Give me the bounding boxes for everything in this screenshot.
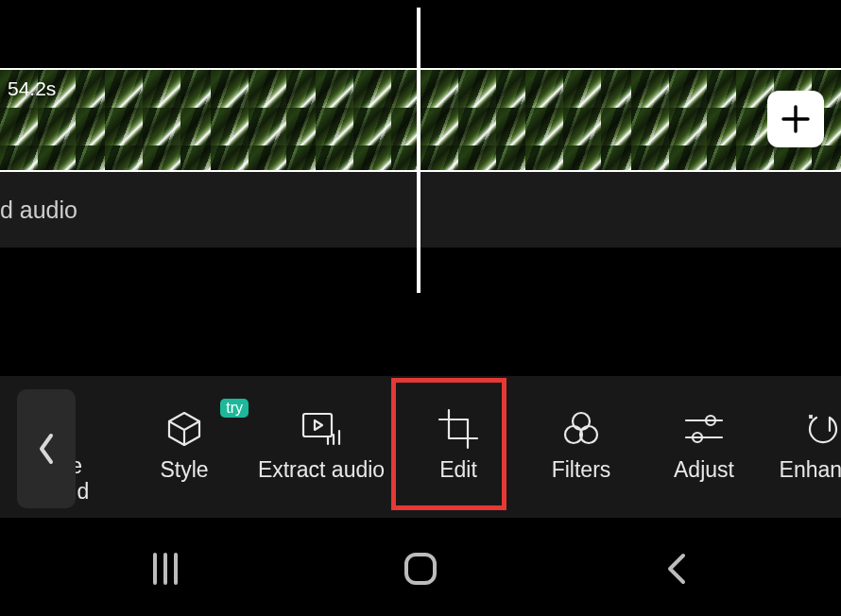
timeline-thumbnail[interactable] xyxy=(525,70,630,170)
svg-rect-6 xyxy=(406,555,435,583)
recents-icon xyxy=(147,551,183,587)
clip-duration: 54.2s xyxy=(8,77,56,100)
toolbar-item-label: Adjust xyxy=(674,457,734,483)
home-icon xyxy=(401,549,440,589)
audio-track[interactable]: dd audio xyxy=(0,172,841,248)
add-clip-button[interactable] xyxy=(767,91,824,147)
plus-icon xyxy=(780,103,812,135)
toolbar-item-filters[interactable]: Filters xyxy=(520,376,643,518)
edit-toolbar: veund try Style Extract audio Edit xyxy=(0,376,841,518)
toolbar-item-label: Enhance xyxy=(780,457,841,483)
add-audio-label: dd audio xyxy=(0,197,77,224)
svg-point-1 xyxy=(573,413,590,430)
back-icon xyxy=(662,550,689,588)
toolbar-item-label: Style xyxy=(160,457,208,483)
timeline-thumbnail[interactable] xyxy=(211,70,316,170)
sliders-icon xyxy=(682,412,726,446)
playhead[interactable] xyxy=(417,8,420,293)
toolbar-item-label: Extract audio xyxy=(258,457,385,483)
toolbar-items: veund try Style Extract audio Edit xyxy=(0,376,841,518)
extract-audio-icon xyxy=(300,412,343,446)
back-button[interactable] xyxy=(619,540,732,597)
timeline-thumbnail[interactable] xyxy=(631,70,736,170)
home-button[interactable] xyxy=(364,540,477,597)
svg-rect-0 xyxy=(303,414,332,436)
timeline-thumbnail[interactable] xyxy=(105,70,210,170)
try-badge: try xyxy=(220,399,249,418)
timeline-thumbnail[interactable] xyxy=(420,70,525,170)
preview-area xyxy=(0,0,841,68)
toolbar-item-edit[interactable]: Edit xyxy=(397,376,520,518)
toolbar-item-enhance[interactable]: Enhance xyxy=(765,376,841,518)
spacer xyxy=(0,248,841,376)
crop-icon xyxy=(438,412,479,446)
recents-button[interactable] xyxy=(109,540,222,597)
filters-icon xyxy=(560,412,602,446)
toolbar-item-adjust[interactable]: Adjust xyxy=(643,376,765,518)
timeline-thumbnail[interactable] xyxy=(316,70,420,170)
toolbar-item-label: Edit xyxy=(439,457,477,483)
android-navbar xyxy=(0,518,841,616)
cube-icon xyxy=(164,412,204,446)
toolbar-item-style[interactable]: try Style xyxy=(123,376,246,518)
enhance-icon xyxy=(801,412,841,446)
toolbar-item-label: Filters xyxy=(552,457,611,483)
toolbar-back-button[interactable] xyxy=(17,389,76,508)
chevron-left-icon xyxy=(36,432,57,466)
toolbar-item-extract-audio[interactable]: Extract audio xyxy=(246,376,397,518)
video-timeline-track[interactable]: 54.2s xyxy=(0,68,841,172)
